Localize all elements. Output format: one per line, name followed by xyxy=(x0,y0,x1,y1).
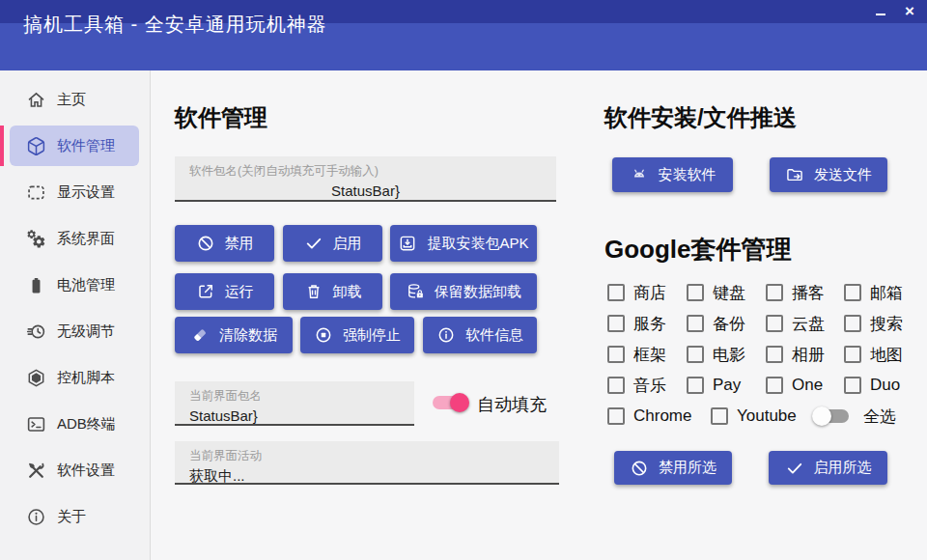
checkbox-photos[interactable]: 相册 xyxy=(766,344,825,365)
minimize-button[interactable] xyxy=(867,0,894,23)
terminal-icon xyxy=(26,414,46,434)
enable-selected-button[interactable]: 启用所选 xyxy=(769,451,887,485)
trash-icon xyxy=(304,282,323,301)
checkbox-maps[interactable]: 地图 xyxy=(844,344,903,365)
toggle-thumb xyxy=(450,393,469,412)
checkbox-duo[interactable]: Duo xyxy=(844,375,900,396)
select-all-toggle[interactable] xyxy=(814,406,851,426)
checkbox-label: 电影 xyxy=(713,344,745,366)
checkbox-chrome[interactable]: Chrome xyxy=(607,406,691,427)
folder-send-icon xyxy=(785,165,804,184)
checkbox-label: 地图 xyxy=(870,344,903,366)
checkbox-icon xyxy=(607,315,625,332)
disable-selected-button[interactable]: 禁用所选 xyxy=(614,451,732,485)
google-suite-title: Google套件管理 xyxy=(604,233,792,266)
checkbox-mail[interactable]: 邮箱 xyxy=(844,282,903,303)
checkbox-label: 商店 xyxy=(633,282,666,304)
sidebar-item-system-interface[interactable]: 系统界面 xyxy=(0,215,150,262)
checkbox-keyboard[interactable]: 键盘 xyxy=(687,282,745,303)
current-activity-field[interactable]: 当前界面活动 获取中... xyxy=(175,441,559,485)
checkbox-icon xyxy=(607,284,625,301)
sidebar-item-label: 关于 xyxy=(57,508,86,526)
sidebar-item-control-script[interactable]: 控机脚本 xyxy=(0,354,150,401)
install-app-button[interactable]: 安装软件 xyxy=(612,157,733,192)
checkbox-label: 框架 xyxy=(633,344,666,366)
button-label: 启用 xyxy=(333,235,362,253)
force-stop-button[interactable]: 强制停止 xyxy=(300,317,414,353)
extract-apk-icon xyxy=(398,234,417,253)
checkbox-icon xyxy=(766,315,783,332)
block-icon xyxy=(196,234,215,253)
package-icon xyxy=(26,136,46,156)
info-icon xyxy=(26,507,46,527)
sidebar-item-display-settings[interactable]: 显示设置 xyxy=(0,169,150,215)
checkbox-framework[interactable]: 框架 xyxy=(607,344,666,365)
autofill-label: 自动填充 xyxy=(477,393,547,416)
send-file-button[interactable]: 发送文件 xyxy=(770,157,887,192)
checkbox-drive[interactable]: 云盘 xyxy=(766,313,825,334)
sidebar-item-label: 无级调节 xyxy=(57,322,115,341)
sidebar-item-home[interactable]: 主页 xyxy=(0,76,150,123)
checkbox-icon xyxy=(687,377,704,394)
sidebar-item-label: ADB终端 xyxy=(57,415,116,434)
sidebar-item-label: 显示设置 xyxy=(57,183,115,202)
checkbox-one[interactable]: One xyxy=(766,375,823,396)
sidebar-item-software-management[interactable]: 软件管理 xyxy=(0,123,150,169)
clear-data-button[interactable]: 清除数据 xyxy=(175,317,293,353)
checkbox-icon xyxy=(844,284,861,301)
uninstall-button[interactable]: 卸载 xyxy=(283,273,382,310)
checkbox-music[interactable]: 音乐 xyxy=(607,375,666,396)
tools-icon xyxy=(26,461,46,481)
checkbox-icon xyxy=(687,315,704,332)
button-label: 禁用 xyxy=(225,235,254,253)
history-clock-icon xyxy=(26,322,46,342)
uninstall-keep-data-button[interactable]: 保留数据卸载 xyxy=(390,273,537,310)
checkbox-icon xyxy=(607,346,625,363)
sidebar-item-label: 软件设置 xyxy=(57,462,115,480)
sidebar-item-stepless-adjust[interactable]: 无级调节 xyxy=(0,308,150,354)
sidebar-item-software-settings[interactable]: 软件设置 xyxy=(0,447,150,493)
checkbox-icon xyxy=(687,284,704,301)
block-icon xyxy=(630,459,649,478)
content-area: 软件管理 软件包名(关闭自动填充可手动输入) StatusBar} 禁用 启用 … xyxy=(152,70,927,560)
close-button[interactable]: × xyxy=(896,0,923,23)
package-name-input[interactable]: 软件包名(关闭自动填充可手动输入) StatusBar} xyxy=(175,156,556,202)
checkbox-services[interactable]: 服务 xyxy=(607,313,666,334)
checkbox-label: 键盘 xyxy=(713,282,745,304)
sidebar-nav: 主页 软件管理 显示设置 系统界面 电池管理 无级调节 控机脚本 xyxy=(0,76,150,540)
button-label: 保留数据卸载 xyxy=(435,283,521,301)
close-icon: × xyxy=(905,2,914,21)
sidebar-item-battery-management[interactable]: 电池管理 xyxy=(0,262,150,308)
package-input-label: 软件包名(关闭自动填充可手动输入) xyxy=(189,163,542,180)
sidebar: 主页 软件管理 显示设置 系统界面 电池管理 无级调节 控机脚本 xyxy=(0,70,151,560)
button-label: 安装软件 xyxy=(659,166,716,184)
package-input-value: StatusBar} xyxy=(189,182,542,199)
autofill-toggle[interactable] xyxy=(431,393,467,412)
database-lock-icon xyxy=(406,282,425,301)
disable-button[interactable]: 禁用 xyxy=(175,225,274,262)
eraser-icon xyxy=(190,325,210,345)
run-button[interactable]: 运行 xyxy=(175,273,274,310)
checkbox-pay[interactable]: Pay xyxy=(687,375,741,396)
checkbox-icon xyxy=(844,377,861,394)
checkbox-podcast[interactable]: 播客 xyxy=(766,282,825,303)
checkbox-label: One xyxy=(792,376,823,395)
checkbox-movies[interactable]: 电影 xyxy=(687,344,745,365)
software-management-title: 软件管理 xyxy=(175,102,267,133)
sidebar-item-adb-terminal[interactable]: ADB终端 xyxy=(0,401,150,447)
checkbox-label: 服务 xyxy=(633,313,666,335)
checkbox-icon xyxy=(766,377,783,394)
checkbox-label: 备份 xyxy=(713,313,745,335)
checkbox-search[interactable]: 搜索 xyxy=(844,313,903,334)
checkbox-icon xyxy=(766,284,783,301)
app-info-button[interactable]: 软件信息 xyxy=(423,317,537,353)
current-package-field[interactable]: 当前界面包名 StatusBar} xyxy=(175,381,414,426)
current-package-label: 当前界面包名 xyxy=(189,388,400,405)
extract-apk-button[interactable]: 提取安装包APK xyxy=(390,225,537,262)
checkbox-store[interactable]: 商店 xyxy=(607,282,666,303)
sidebar-item-about[interactable]: 关于 xyxy=(0,493,150,540)
sidebar-item-label: 系统界面 xyxy=(57,230,115,248)
enable-button[interactable]: 启用 xyxy=(283,225,382,262)
checkbox-backup[interactable]: 备份 xyxy=(687,313,745,334)
checkbox-youtube[interactable]: Youtube xyxy=(711,406,797,427)
